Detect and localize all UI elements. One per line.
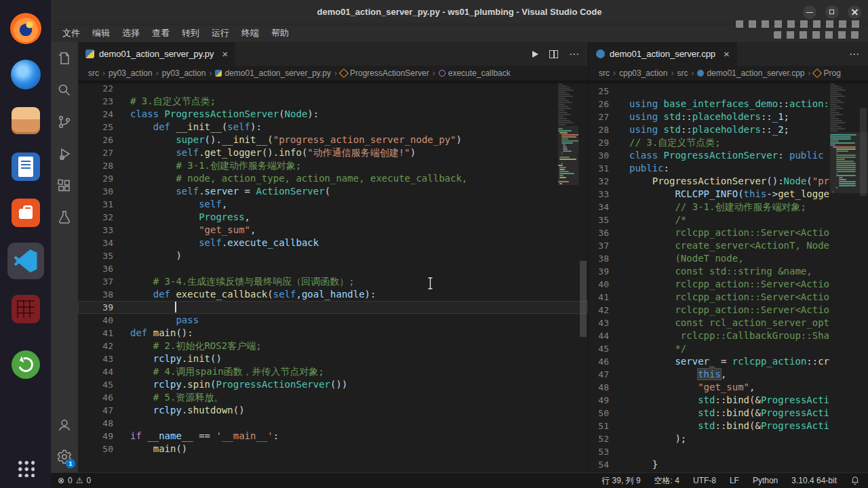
problems-indicator[interactable]: ⊗ 0 ⚠ 0 (51, 476, 91, 485)
code-line[interactable]: 47 this, (589, 368, 868, 381)
breadcrumb-item[interactable]: demo01_action_server.cpp (697, 68, 804, 78)
split-editor-button[interactable] (549, 50, 558, 58)
account-icon[interactable] (51, 409, 78, 441)
close-button[interactable] (848, 5, 861, 19)
code-line[interactable]: 33 "get_sum", (78, 224, 588, 237)
code-line[interactable]: 33 RCLCPP_INFO(this->get_logge (589, 188, 868, 201)
scrollbar[interactable] (578, 81, 588, 472)
code-line[interactable]: 26 super().__init__("progress_action_ser… (78, 134, 588, 146)
breadcrumb-item[interactable]: demo01_action_server_py.py (215, 68, 331, 78)
tab-cpp-file[interactable]: demo01_action_server.cpp × (589, 42, 738, 66)
code-line[interactable]: 47 rclpy.shutdown() (78, 404, 588, 417)
minimap[interactable] (558, 81, 578, 472)
code-line[interactable]: 34 // 3-1.创建动作服务端对象; (589, 201, 868, 214)
source-control-icon[interactable] (51, 106, 78, 138)
files-app-icon[interactable] (9, 104, 42, 137)
code-line[interactable]: 32 ProgressActionServer():Node("pr (589, 175, 868, 188)
code-line[interactable]: 48 "get_sum", (589, 381, 868, 394)
code-line[interactable]: 27 self.get_logger().info("动作通信服务端创建!") (78, 146, 588, 159)
tab-close-icon[interactable]: × (222, 49, 229, 59)
status-item[interactable]: LF (730, 476, 739, 485)
red-grid-app-icon[interactable] (9, 293, 42, 325)
menu-item[interactable]: 选择 (116, 24, 146, 42)
status-item[interactable]: 3.10.4 64-bit (791, 476, 837, 485)
code-line[interactable]: 52 ); (589, 432, 868, 445)
code-line[interactable]: 43 rclpy.init() (78, 352, 588, 365)
code-line[interactable]: 53 (589, 445, 868, 458)
run-python-file-button[interactable] (532, 51, 538, 58)
code-line[interactable]: 30 self.server = ActionServer( (78, 185, 588, 198)
code-line[interactable]: 37 create_server<ActionT, Node (589, 239, 868, 252)
status-item[interactable]: Python (753, 476, 778, 485)
code-line[interactable]: 44 rclcpp::CallbackGroup::Sha (589, 329, 868, 342)
menu-item[interactable]: 终端 (235, 24, 265, 42)
more-actions-button[interactable]: ⋯ (569, 49, 579, 59)
vscode-app-icon[interactable] (7, 243, 44, 279)
status-item[interactable]: 空格: 4 (654, 475, 679, 487)
menu-item[interactable]: 转到 (176, 24, 205, 42)
code-line[interactable]: 26using base_interfaces_demo::action: (589, 98, 868, 110)
code-line[interactable]: 40 rclcpp_action::Server<Actio (589, 278, 868, 291)
code-line[interactable]: 43 const rcl_action_server_opt (589, 317, 868, 329)
run-debug-icon[interactable] (51, 138, 78, 169)
breadcrumb-item[interactable]: py03_action (108, 68, 153, 78)
breadcrumb-item[interactable]: src (599, 68, 610, 78)
code-line[interactable]: 50 main() (78, 443, 588, 455)
menu-item[interactable]: 编辑 (86, 24, 116, 42)
code-line[interactable]: 46 # 5.资源释放。 (78, 391, 588, 404)
code-line[interactable]: 28using std::placeholders::_2; (589, 123, 868, 136)
code-line[interactable]: 35 /* (589, 214, 868, 226)
code-line[interactable]: 46 server_ = rclcpp_action::cr (589, 355, 868, 368)
code-line[interactable]: 37 # 3-4.生成连续反馈与最终响应（回调函数）; (78, 275, 588, 288)
testing-beaker-icon[interactable] (51, 201, 78, 233)
status-item[interactable]: UTF-8 (693, 476, 716, 485)
breadcrumb-item[interactable]: ProgressActionServer (340, 68, 429, 78)
software-updater-icon[interactable] (9, 348, 42, 381)
code-line[interactable]: 27using std::placeholders::_1; (589, 110, 868, 123)
menu-item[interactable]: 帮助 (265, 24, 295, 42)
code-line[interactable]: 39 (78, 301, 588, 314)
code-line[interactable]: 34 self.execute_callback (78, 237, 588, 249)
code-line[interactable]: 41 rclcpp_action::Server<Actio (589, 291, 868, 304)
code-line[interactable]: 45 rclpy.spin(ProgressActionServer()) (78, 378, 588, 391)
extensions-icon[interactable] (51, 169, 78, 201)
bell-icon[interactable] (850, 476, 860, 485)
code-line[interactable]: 38 def execute_callback(self,goal_handle… (78, 288, 588, 301)
code-line[interactable]: 29 # node, action_type, action_name, exe… (78, 172, 588, 185)
breadcrumb-item[interactable]: execute_callback (439, 68, 511, 78)
code-line[interactable]: 54 } (589, 458, 868, 471)
code-line[interactable]: 40 pass (78, 314, 588, 327)
code-editor-cpp[interactable]: 2526using base_interfaces_demo::action:2… (589, 81, 868, 472)
code-line[interactable]: 36 rclcpp_action::Server<Actio (589, 226, 868, 239)
code-line[interactable]: 31public: (589, 162, 868, 175)
show-applications-icon[interactable] (16, 459, 35, 477)
minimize-button[interactable] (803, 5, 816, 19)
code-line[interactable]: 41def main(): (78, 327, 588, 340)
code-line[interactable]: 48 (78, 417, 588, 430)
explorer-icon[interactable] (51, 42, 78, 74)
code-line[interactable]: 44 # 4.调用spain函数，并传入节点对象; (78, 365, 588, 378)
code-line[interactable]: 50 std::bind(&ProgressActi (589, 407, 868, 420)
menu-item[interactable]: 运行 (205, 24, 235, 42)
code-line[interactable]: 49 std::bind(&ProgressActi (589, 394, 868, 407)
code-line[interactable]: 35 ) (78, 249, 588, 262)
firefox-icon[interactable] (9, 12, 42, 45)
code-line[interactable]: 36 (78, 262, 588, 275)
maximize-button[interactable] (825, 5, 839, 19)
breadcrumb-item[interactable]: Prog (814, 68, 840, 78)
breadcrumb-item[interactable]: py03_action (162, 68, 206, 78)
menu-item[interactable]: 文件 (56, 24, 86, 42)
breadcrumb-item[interactable]: src (88, 68, 99, 78)
code-line[interactable]: 49if __name__ == '__main__': (78, 430, 588, 443)
search-icon[interactable] (51, 74, 78, 106)
code-line[interactable]: 39 const std::string &name, (589, 265, 868, 278)
code-line[interactable]: 42 rclcpp_action::Server<Actio (589, 304, 868, 317)
scrollbar[interactable] (859, 81, 868, 472)
code-line[interactable]: 51 std::bind(&ProgressActi (589, 420, 868, 432)
code-line[interactable]: 22 (78, 82, 588, 95)
code-line[interactable]: 30class ProgressActionServer: public (589, 149, 868, 162)
code-line[interactable]: 38 (NodeT node, (589, 252, 868, 265)
code-line[interactable]: 25 def __init__(self): (78, 121, 588, 134)
code-line[interactable]: 25 (589, 85, 868, 98)
breadcrumb-item[interactable]: cpp03_action (619, 68, 667, 78)
